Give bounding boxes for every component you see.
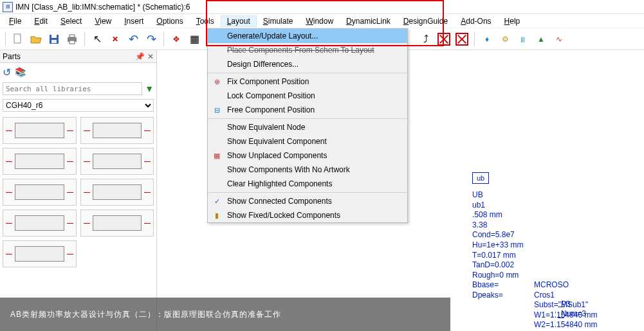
gear-icon[interactable]: ⚙ xyxy=(497,31,513,48)
menu-view[interactable]: View xyxy=(88,15,118,27)
library-icon[interactable]: 📚 xyxy=(15,67,26,77)
component-thumb[interactable] xyxy=(3,148,77,175)
filter-icon[interactable]: ▼ xyxy=(145,84,154,94)
caption-overlay: AB类射频功率放大器设计与仿真（二）：版图原理图联合仿真的准备工作 xyxy=(0,298,450,331)
component-thumb[interactable] xyxy=(80,117,154,144)
menu-item[interactable]: Lock Component Position xyxy=(208,89,407,103)
menu-item[interactable]: ▮Show Fixed/Locked Components xyxy=(208,208,407,222)
block1-icon[interactable] xyxy=(436,31,452,48)
menu-options[interactable]: Options xyxy=(150,15,189,27)
save-icon[interactable] xyxy=(46,31,62,48)
menu-select[interactable]: Select xyxy=(54,15,88,27)
svg-rect-5 xyxy=(69,35,75,37)
tree-icon[interactable]: ▲ xyxy=(533,31,549,48)
component-box[interactable]: ub xyxy=(472,172,489,184)
window-title: IMN [Class_AB_lib:IMN:schematic] * (Sche… xyxy=(15,3,190,12)
component-thumb[interactable] xyxy=(80,210,154,237)
block2-icon[interactable] xyxy=(454,31,470,48)
menu-tools[interactable]: Tools xyxy=(190,15,221,27)
menu-layout[interactable]: Layout xyxy=(221,15,257,27)
redo-icon[interactable]: ↷ xyxy=(143,31,160,48)
new-icon[interactable] xyxy=(10,31,26,48)
menu-dynamiclink[interactable]: DynamicLink xyxy=(340,15,397,27)
component-thumb[interactable] xyxy=(3,117,77,144)
menu-window[interactable]: Window xyxy=(299,15,340,27)
menu-item[interactable]: Place Components From Schem To Layout xyxy=(208,43,407,57)
menu-item[interactable]: ✓Show Connected Components xyxy=(208,194,407,208)
menu-item[interactable]: Generate/Update Layout... xyxy=(208,29,407,43)
menu-item[interactable]: Show Components With No Artwork xyxy=(208,163,407,177)
menu-item[interactable]: ⊟Free Component Position xyxy=(208,103,407,117)
menu-designguide[interactable]: DesignGuide xyxy=(397,15,454,27)
menu-add-ons[interactable]: Add-Ons xyxy=(454,15,497,27)
pin-icon[interactable]: 📌 xyxy=(135,52,145,61)
menu-item[interactable]: ▦Show Unplaced Components xyxy=(208,148,407,163)
grid-icon[interactable]: ▦ xyxy=(186,31,203,48)
menu-item[interactable]: Show Equivalent Component xyxy=(208,134,407,148)
svg-rect-3 xyxy=(51,40,57,43)
delete-icon[interactable]: ✕ xyxy=(107,31,124,48)
move-icon[interactable]: ✥ xyxy=(168,31,185,48)
component-thumb[interactable] xyxy=(80,179,154,206)
component-params: UBub1.508 mm3.38Cond=5.8e7Hu=1e+33 mmT=0… xyxy=(472,190,523,301)
port-label: P3 Num=3 xyxy=(561,300,586,319)
component-thumb[interactable] xyxy=(3,210,77,237)
wave-icon[interactable]: ∿ xyxy=(551,31,567,48)
history-icon[interactable]: ↺ xyxy=(3,66,11,78)
search-input[interactable] xyxy=(3,82,142,95)
svg-rect-6 xyxy=(69,40,75,44)
library-select[interactable]: CGH40_r6 xyxy=(3,99,154,112)
panel-controls[interactable]: 📌 ✕ xyxy=(135,52,154,61)
menu-simulate[interactable]: Simulate xyxy=(257,15,300,27)
close-icon[interactable]: ✕ xyxy=(147,52,154,61)
layout-menu: Generate/Update Layout...Place Component… xyxy=(207,28,408,223)
upload-icon[interactable]: ⤴ xyxy=(418,31,434,48)
menu-item[interactable]: Design Differences... xyxy=(208,57,407,71)
title-bar: ⊞ IMN [Class_AB_lib:IMN:schematic] * (Sc… xyxy=(0,0,644,14)
app-icon: ⊞ xyxy=(3,2,13,12)
menu-item[interactable]: Clear Highlighted Components xyxy=(208,177,407,191)
menu-bar: FileEditSelectViewInsertOptionsToolsLayo… xyxy=(0,14,644,28)
menu-insert[interactable]: Insert xyxy=(118,15,150,27)
component-thumb[interactable] xyxy=(3,240,77,267)
menu-item[interactable]: ⊕Fix Component Position xyxy=(208,75,407,89)
undo-icon[interactable]: ↶ xyxy=(125,31,142,48)
component-thumb[interactable] xyxy=(3,179,77,206)
menu-edit[interactable]: Edit xyxy=(28,15,54,27)
panel-title: Parts xyxy=(3,52,21,61)
svg-rect-2 xyxy=(51,35,57,38)
pointer-icon[interactable]: ↖ xyxy=(89,31,106,48)
tune2-icon[interactable]: ⫼ xyxy=(515,31,531,48)
tune-icon[interactable]: ♦ xyxy=(479,31,495,48)
component-thumb[interactable] xyxy=(80,148,154,175)
open-icon[interactable] xyxy=(28,31,44,48)
menu-file[interactable]: File xyxy=(3,15,28,27)
parts-panel: Parts 📌 ✕ ↺ 📚 ▼ CGH40_r6 xyxy=(0,50,157,331)
menu-item[interactable]: Show Equivalent Node xyxy=(208,120,407,134)
menu-help[interactable]: Help xyxy=(498,15,527,27)
print-icon[interactable] xyxy=(64,31,80,48)
